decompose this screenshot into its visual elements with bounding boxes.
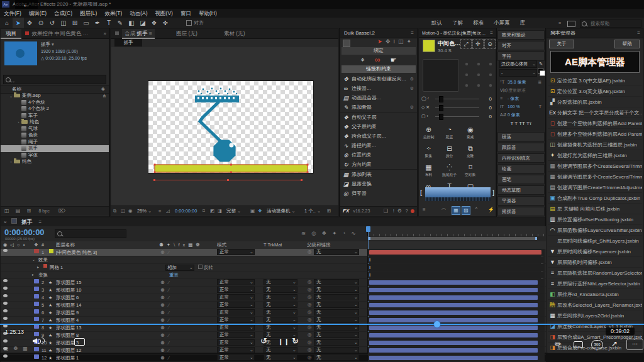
menu-item[interactable]: 合成(C) bbox=[50, 9, 76, 18]
script-item[interactable]: ◻ 创建一个空物体到选择的层Add Parente... bbox=[548, 118, 642, 129]
eye-icon[interactable] bbox=[3, 309, 8, 312]
layer-name[interactable]: 形状图层 1 bbox=[56, 354, 79, 361]
layer-switches[interactable]: ⚉⁄ bbox=[160, 309, 173, 316]
mask-visibility-icon[interactable]: ◿ bbox=[166, 206, 170, 216]
script-item[interactable]: ▞ 分裂选择的层.jsxbin bbox=[548, 97, 642, 107]
menu-item[interactable]: 动画(A) bbox=[126, 9, 151, 18]
layer-duration-bar[interactable] bbox=[369, 348, 538, 353]
transparency-grid-icon[interactable]: ❖ bbox=[258, 206, 262, 216]
invert-checkbox[interactable]: 反转 bbox=[198, 264, 213, 271]
label-color-chip[interactable] bbox=[34, 287, 39, 291]
layer-switches[interactable]: ⚉⁄ bbox=[160, 249, 173, 256]
time-ruler[interactable]: 0s05s10s15s20s25s30s bbox=[367, 226, 545, 236]
layer-duration-bar[interactable] bbox=[369, 341, 538, 345]
range-bracket-left[interactable]: [ bbox=[420, 189, 422, 196]
duik-big-icons[interactable]: ⌖ ∞ ☛ bbox=[340, 55, 417, 65]
workspace-tab[interactable]: 了解 bbox=[447, 18, 468, 28]
script-item[interactable]: ⊡ 定位位置 3.0(英文版AE).jsxbin bbox=[548, 86, 642, 97]
script-item[interactable]: Ex 分解文字 把一个文字层分成若干个文... bbox=[548, 107, 642, 118]
view-layout-dropdown[interactable]: 1 个.. ⌄ bbox=[304, 206, 321, 216]
add-list-icon[interactable]: ▦ 添加列表 ⚙ bbox=[340, 169, 417, 179]
dock-panel-header[interactable]: 画笔 bbox=[497, 175, 545, 184]
slider-knob[interactable] bbox=[439, 114, 443, 120]
panel-menu-icon[interactable]: ≡ bbox=[33, 219, 42, 225]
workspace-layout-icon[interactable] bbox=[567, 21, 575, 27]
eye-icon[interactable] bbox=[3, 249, 8, 252]
layer-duration-bar[interactable] bbox=[369, 326, 538, 330]
record-dot-icon[interactable] bbox=[411, 209, 414, 213]
layer-switches[interactable]: ⚉⁄ bbox=[160, 324, 173, 331]
label-color-chip[interactable] bbox=[34, 324, 39, 329]
parent-dropdown[interactable]: 无⌄ bbox=[314, 354, 359, 361]
timeline-search-box[interactable] bbox=[55, 229, 126, 238]
more-button[interactable]: ⋯ bbox=[626, 339, 643, 350]
tracking-value[interactable]: - 像素 bbox=[508, 95, 519, 102]
script-item[interactable]: ✦ 创建灯光为选择的三维层.jsxbin bbox=[548, 150, 642, 161]
pen-tool-icon[interactable]: ✒ bbox=[92, 18, 103, 28]
dock-panel-header[interactable]: 内容识别填充 bbox=[497, 153, 545, 163]
close-icon[interactable]: × bbox=[1, 219, 7, 225]
links-constraints-bar[interactable]: 链接和约束 bbox=[341, 65, 416, 73]
slider-knob[interactable] bbox=[439, 96, 443, 102]
label-color-chip[interactable] bbox=[34, 317, 39, 321]
script-item[interactable]: ◠ 层层函数偏移LayerCurveShifter.jsxbin bbox=[548, 225, 642, 236]
interpret-footage-icon[interactable]: ◫ bbox=[1, 208, 9, 214]
script-item[interactable]: 层层时间线偏移pt_ShiftLayers.jsxbin bbox=[548, 236, 642, 246]
twirl-icon[interactable]: › bbox=[16, 120, 21, 124]
trkmat-dropdown[interactable]: 无⌄ bbox=[264, 309, 297, 315]
mode-dropdown[interactable]: 正常⌄ bbox=[217, 324, 255, 331]
dock-panel-header[interactable]: 平滑器 bbox=[497, 196, 545, 206]
clone-tool-icon[interactable]: ⧉ 克隆 bbox=[460, 143, 480, 162]
table-row[interactable]: 4 ★ 形状图层 6 ⚉⁄ ⌄ 正常⌄ 无⌄ 无⌄ bbox=[1, 294, 546, 302]
layer-duration-bar[interactable] bbox=[369, 250, 541, 255]
workspace-tab[interactable]: 小屏幕 bbox=[489, 18, 515, 28]
tab-overflow-icon[interactable]: » bbox=[104, 29, 106, 38]
font-style-dropdown[interactable]: -⌄ bbox=[499, 69, 537, 77]
script-item[interactable]: ⊡ 定位位置 3.0(中文版AE).jsxbin bbox=[548, 75, 642, 86]
anchor-move-icon[interactable]: ⤢ bbox=[460, 39, 472, 49]
resolution-dropdown[interactable]: 完整 ⌄ bbox=[226, 206, 241, 216]
script-item[interactable]: ◧ 层排序rd_KindaSorta.jsxbin bbox=[548, 289, 642, 300]
help-search-box[interactable] bbox=[580, 19, 641, 28]
trkmat-dropdown[interactable]: 无⌄ bbox=[264, 347, 297, 353]
timeline-view-icons[interactable]: ≋◎❖✦◔∿ bbox=[301, 230, 362, 236]
slider-knob[interactable] bbox=[439, 105, 443, 111]
eye-icon[interactable] bbox=[3, 317, 8, 320]
zero-icon[interactable]: ◎ 归零器 ⚙ bbox=[340, 189, 417, 198]
easing-strip[interactable] bbox=[425, 187, 491, 197]
forward-30-icon[interactable]: ↻30 bbox=[292, 336, 299, 346]
pause-icon[interactable]: ❙❙ bbox=[278, 338, 290, 345]
layer-track[interactable] bbox=[367, 279, 545, 286]
layer-duration-bar[interactable] bbox=[369, 280, 538, 285]
list-item[interactable]: 4个色块 bbox=[1, 99, 109, 106]
about-button[interactable]: 关于 bbox=[549, 40, 574, 48]
parent-dropdown[interactable]: 无⌄ bbox=[314, 294, 359, 300]
cluster-tool-icon[interactable]: ⁘ 聚集 bbox=[419, 143, 438, 162]
timeline-bottom-toggles[interactable]: ◫❁▦ bbox=[4, 346, 33, 351]
ik-rig-icon[interactable]: ✥ 自动化绑定和创建反向... ⚙ bbox=[340, 74, 417, 84]
range-bracket-right[interactable]: ] bbox=[492, 189, 494, 196]
channel-icon[interactable]: ◉ bbox=[128, 206, 133, 216]
layer-track[interactable] bbox=[367, 309, 545, 316]
menu-icon[interactable]: ≡ bbox=[423, 205, 426, 215]
workspace-tab[interactable]: 默认 bbox=[426, 18, 447, 28]
eraser-tool-icon[interactable]: ◪ bbox=[137, 18, 148, 28]
reset-link[interactable]: 重置 bbox=[169, 272, 179, 278]
script-item[interactable]: ▼ 层层随机时间偏移.jsxbin bbox=[548, 257, 642, 268]
layer-track[interactable] bbox=[367, 249, 545, 256]
trkmat-dropdown[interactable]: 无⌄ bbox=[264, 279, 297, 285]
tab-script-manager[interactable]: 脚本管理器 bbox=[547, 30, 575, 36]
layer-name[interactable]: 效果 bbox=[38, 256, 48, 263]
dock-panel-header[interactable]: 绘画 bbox=[497, 164, 545, 173]
tab-footage[interactable]: 素材 (无) bbox=[219, 29, 250, 38]
workspace-tab[interactable]: 标准 bbox=[468, 18, 489, 28]
camera-dropdown[interactable]: 活动摄像机 ⌄ bbox=[267, 206, 296, 216]
mode-dropdown[interactable]: 正常⌄ bbox=[217, 249, 255, 255]
roto-brush-tool-icon[interactable]: ❖ bbox=[148, 18, 160, 28]
mode-dropdown[interactable]: 正常⌄ bbox=[217, 294, 255, 300]
auto-parent-icon[interactable]: ❖ 自动父子层 ⚙ bbox=[340, 112, 417, 122]
menu-item[interactable]: 图层(L) bbox=[76, 9, 101, 18]
tab-effect-controls[interactable]: 效果控件 中间色黄色 纯色 3 bbox=[30, 29, 91, 38]
script-item[interactable]: ◫ 创建摄像机为选择的三维图层.jsxbin bbox=[548, 140, 642, 150]
rewind-10-icon[interactable]: ↺10 bbox=[260, 336, 267, 346]
